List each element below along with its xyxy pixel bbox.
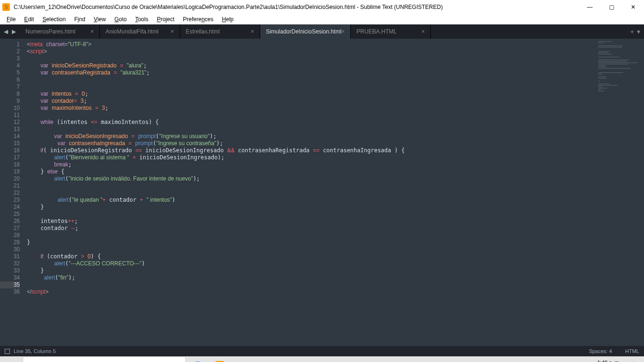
close-button[interactable]: ✕ — [622, 0, 644, 14]
tab-NumerosPares-html[interactable]: NumerosPares.html× — [20, 25, 100, 39]
window-title: C:\Users\em_12\OneDrive\Documentos\Curso… — [14, 4, 579, 10]
menu-view[interactable]: View — [90, 16, 110, 23]
clock-time: 1:48 a. m. — [597, 360, 620, 362]
minimap[interactable] — [597, 39, 644, 346]
minimize-button[interactable]: — — [579, 0, 601, 14]
menu-tools[interactable]: Tools — [131, 16, 153, 23]
tab-PRUEBA-HTML[interactable]: PRUEBA.HTML× — [351, 25, 431, 39]
notifications-button[interactable]: 💬 — [624, 356, 644, 362]
status-bar: Line 35, Column 5 Spaces: 4 HTML — [0, 346, 644, 356]
menu-goto[interactable]: Goto — [110, 16, 131, 23]
code-content[interactable]: <meta charset="UTF-8"> <script> var inic… — [25, 39, 597, 346]
menu-bar: File Edit Selection Find View Goto Tools… — [0, 14, 644, 25]
syntax-status[interactable]: HTML — [625, 348, 639, 354]
tab-close-icon[interactable]: × — [251, 28, 254, 35]
menu-project[interactable]: Project — [153, 16, 179, 23]
cursor-position: Line 35, Column 5 — [14, 348, 56, 354]
tab-SimuladorDeInicioSesion-html[interactable]: SimuladorDeInicioSesion.html× — [260, 25, 351, 39]
status-checkbox[interactable] — [5, 349, 10, 354]
taskbar-explorer[interactable]: 📁 — [231, 356, 254, 362]
menu-selection[interactable]: Selection — [38, 16, 70, 23]
tab-Estrellas-html[interactable]: Estrellas.html× — [180, 25, 260, 39]
start-button[interactable]: ⊞ — [0, 356, 23, 362]
maximize-button[interactable]: ▢ — [601, 0, 622, 14]
menu-edit[interactable]: Edit — [20, 16, 38, 23]
menu-preferences[interactable]: Preferences — [179, 16, 218, 23]
taskbar-app-1[interactable]: 🌀 — [186, 356, 208, 362]
tab-close-icon[interactable]: × — [171, 28, 174, 35]
nav-back-icon[interactable]: ◀ — [3, 27, 9, 36]
taskbar-search[interactable]: 🔍 Escribe aquí para buscar — [23, 356, 186, 362]
tab-close-icon[interactable]: × — [341, 28, 345, 35]
menu-file[interactable]: File — [2, 16, 20, 23]
title-bar: S C:\Users\em_12\OneDrive\Documentos\Cur… — [0, 0, 644, 14]
tab-close-icon[interactable]: × — [91, 28, 94, 35]
tab-bar: ◀ ▶ NumerosPares.html×AnioMundialFifa.ht… — [0, 25, 644, 39]
menu-find[interactable]: Find — [70, 16, 89, 23]
new-tab-icon[interactable]: + — [630, 28, 634, 35]
line-gutter: 1234567891011121314151617181920212223242… — [0, 39, 25, 346]
tab-AnioMundialFifa-html[interactable]: AnioMundialFifa.html× — [100, 25, 180, 39]
editor-area: 1234567891011121314151617181920212223242… — [0, 39, 644, 346]
indentation-status[interactable]: Spaces: 4 — [589, 348, 612, 354]
nav-forward-icon[interactable]: ▶ — [11, 27, 17, 36]
app-icon: S — [2, 3, 10, 11]
taskbar-clock[interactable]: 1:48 a. m. 1/8/2022 — [594, 360, 624, 362]
taskbar-sublime[interactable] — [208, 356, 231, 362]
tab-close-icon[interactable]: × — [421, 28, 425, 35]
tab-menu-icon[interactable]: ▾ — [637, 28, 640, 35]
windows-taskbar: ⊞ 🔍 Escribe aquí para buscar 🌀 📁 96% 🔌 🌙… — [0, 356, 644, 362]
menu-help[interactable]: Help — [218, 16, 238, 23]
